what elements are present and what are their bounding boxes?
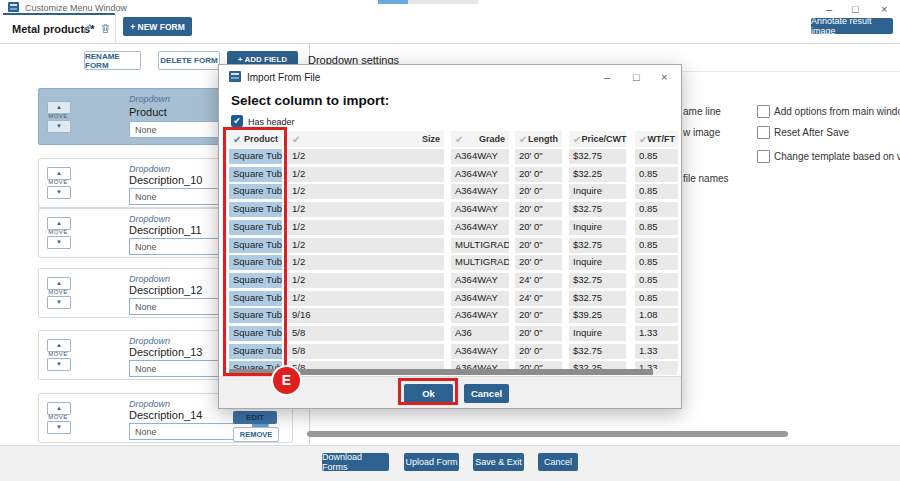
dialog-close-icon[interactable]: ×: [661, 71, 667, 83]
table-cell[interactable]: $32.75: [569, 149, 626, 164]
table-cell[interactable]: 20' 0": [515, 326, 562, 341]
move-down-icon[interactable]: ▼: [47, 236, 71, 249]
column-header-wt-ft[interactable]: ✔WT/FT: [635, 131, 678, 147]
edit-pencil-icon[interactable]: [82, 23, 93, 34]
dialog-minimize-icon[interactable]: –: [604, 71, 610, 83]
table-cell[interactable]: 0.85: [635, 255, 678, 270]
settings-checkbox[interactable]: [757, 105, 770, 118]
column-header-price-cwt[interactable]: ✔Price/CWT: [569, 131, 626, 147]
table-cell[interactable]: Square Tubes: [229, 344, 282, 359]
table-cell[interactable]: A364WAY: [451, 291, 509, 306]
table-cell[interactable]: Square Tubes: [229, 308, 282, 323]
edit-option-button[interactable]: EDIT: [233, 411, 277, 424]
table-cell[interactable]: 20' 0": [515, 238, 562, 253]
ok-button[interactable]: Ok: [404, 384, 453, 403]
table-cell[interactable]: 20' 0": [515, 308, 562, 323]
table-cell[interactable]: $39.25: [569, 308, 626, 323]
table-cell[interactable]: 5/8: [288, 344, 444, 359]
has-header-checkbox[interactable]: ✔: [231, 115, 243, 127]
move-down-icon[interactable]: ▼: [47, 421, 71, 434]
table-cell[interactable]: A364WAY: [451, 149, 509, 164]
move-down-icon[interactable]: ▼: [47, 186, 71, 199]
table-cell[interactable]: 1/2: [288, 273, 444, 288]
delete-form-button[interactable]: DELETE FORM: [158, 51, 220, 70]
table-cell[interactable]: 1/2: [288, 238, 444, 253]
table-cell[interactable]: A364WAY: [451, 184, 509, 199]
footer-button-save-exit[interactable]: Save & Exit: [473, 453, 524, 471]
table-cell[interactable]: 1/2: [288, 184, 444, 199]
table-cell[interactable]: 1/2: [288, 291, 444, 306]
trash-icon[interactable]: [100, 23, 111, 34]
table-cell[interactable]: MULTIGRADE: [451, 255, 509, 270]
table-cell[interactable]: Inquire: [569, 184, 626, 199]
table-cell[interactable]: A36: [451, 326, 509, 341]
table-cell[interactable]: 20' 0": [515, 149, 562, 164]
footer-button-cancel[interactable]: Cancel: [538, 453, 578, 471]
footer-button-upload-form[interactable]: Upload Form: [404, 453, 459, 471]
top-scrollbar-track[interactable]: [408, 0, 478, 4]
table-cell[interactable]: 1/2: [288, 167, 444, 182]
table-cell[interactable]: 0.85: [635, 238, 678, 253]
column-header-size[interactable]: ✔Size: [288, 131, 444, 147]
table-cell[interactable]: 20' 0": [515, 255, 562, 270]
dialog-hscrollbar-thumb[interactable]: [229, 369, 653, 375]
table-cell[interactable]: Square Tubes: [229, 149, 282, 164]
table-cell[interactable]: 1/2: [288, 220, 444, 235]
table-cell[interactable]: 20' 0": [515, 184, 562, 199]
table-cell[interactable]: 20' 0": [515, 344, 562, 359]
column-header-length[interactable]: ✔Length: [515, 131, 562, 147]
table-cell[interactable]: Square Tubes: [229, 291, 282, 306]
table-cell[interactable]: 1.08: [635, 308, 678, 323]
remove-option-button[interactable]: REMOVE: [233, 427, 279, 442]
table-cell[interactable]: MULTIGRADE: [451, 238, 509, 253]
table-cell[interactable]: 0.85: [635, 184, 678, 199]
table-cell[interactable]: 1/2: [288, 149, 444, 164]
table-cell[interactable]: Square Tubes: [229, 238, 282, 253]
table-cell[interactable]: A364WAY: [451, 273, 509, 288]
table-cell[interactable]: Square Tubes: [229, 255, 282, 270]
table-cell[interactable]: $32.75: [569, 344, 626, 359]
table-cell[interactable]: 20' 0": [515, 220, 562, 235]
table-cell[interactable]: Square Tubes: [229, 326, 282, 341]
move-down-icon[interactable]: ▼: [47, 296, 71, 309]
table-cell[interactable]: 1.33: [635, 326, 678, 341]
table-cell[interactable]: Square Tubes: [229, 167, 282, 182]
table-cell[interactable]: 1.33: [635, 344, 678, 359]
top-scrollbar-thumb[interactable]: [378, 0, 408, 4]
settings-checkbox[interactable]: [757, 150, 770, 163]
dialog-maximize-icon[interactable]: □: [633, 71, 640, 83]
main-hscrollbar-thumb[interactable]: [307, 431, 788, 437]
cancel-button[interactable]: Cancel: [464, 384, 509, 403]
new-form-button[interactable]: + NEW FORM: [123, 17, 192, 36]
settings-checkbox[interactable]: [757, 126, 770, 139]
table-cell[interactable]: 20' 0": [515, 202, 562, 217]
table-cell[interactable]: 20' 0": [515, 167, 562, 182]
table-cell[interactable]: Inquire: [569, 326, 626, 341]
table-cell[interactable]: 0.85: [635, 149, 678, 164]
move-down-icon[interactable]: ▼: [47, 120, 71, 133]
table-cell[interactable]: A364WAY: [451, 308, 509, 323]
footer-button-download-forms[interactable]: Download Forms: [322, 453, 389, 471]
table-cell[interactable]: Square Tubes: [229, 273, 282, 288]
table-cell[interactable]: 0.85: [635, 167, 678, 182]
table-cell[interactable]: Square Tubes: [229, 202, 282, 217]
table-cell[interactable]: A364WAY: [451, 344, 509, 359]
table-cell[interactable]: $32.75: [569, 273, 626, 288]
table-cell[interactable]: Square Tubes: [229, 184, 282, 199]
annotate-result-button[interactable]: Annotate result image: [811, 18, 893, 34]
table-cell[interactable]: 0.85: [635, 273, 678, 288]
table-cell[interactable]: $32.75: [569, 291, 626, 306]
column-header-product[interactable]: ✔Product: [229, 131, 282, 147]
move-down-icon[interactable]: ▼: [47, 358, 71, 371]
table-cell[interactable]: $32.25: [569, 167, 626, 182]
table-cell[interactable]: Inquire: [569, 220, 626, 235]
table-cell[interactable]: 1/2: [288, 255, 444, 270]
table-cell[interactable]: $32.75: [569, 202, 626, 217]
table-cell[interactable]: 9/16: [288, 308, 444, 323]
table-cell[interactable]: 0.85: [635, 220, 678, 235]
tab-metal-products[interactable]: Metal products*: [3, 15, 115, 43]
table-cell[interactable]: 24' 0": [515, 291, 562, 306]
table-cell[interactable]: 24' 0": [515, 273, 562, 288]
table-cell[interactable]: $32.75: [569, 238, 626, 253]
dialog-hscrollbar-track[interactable]: [229, 369, 677, 375]
